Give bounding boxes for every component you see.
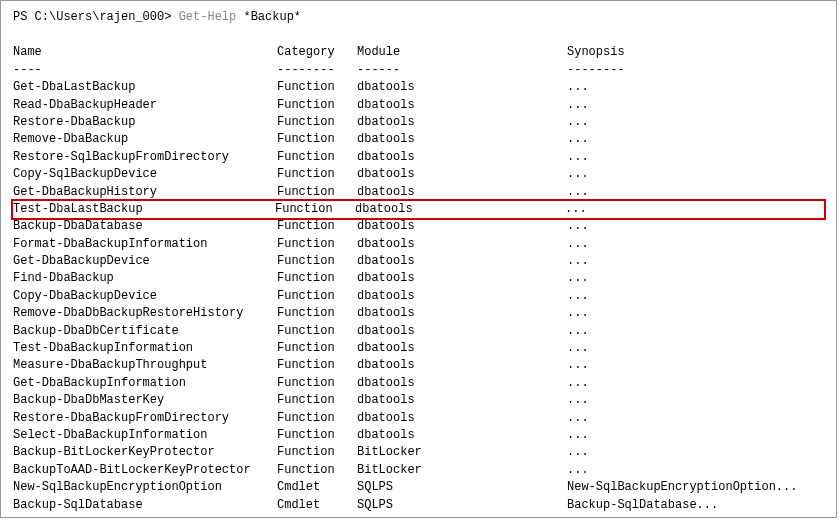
table-row: New-SqlBackupEncryptionOptionCmdletSQLPS…: [13, 479, 824, 496]
cell-synopsis: ...: [567, 218, 824, 235]
table-row: Copy-DbaBackupDeviceFunctiondbatools...: [13, 288, 824, 305]
cell-name: Backup-SqlDatabase: [13, 497, 277, 514]
cell-category: Function: [277, 305, 357, 322]
cell-module: dbatools: [357, 288, 567, 305]
cell-module: dbatools: [357, 323, 567, 340]
cell-module: dbatools: [357, 131, 567, 148]
cell-name: Get-DbaLastBackup: [13, 79, 277, 96]
cell-name: Backup-BitLockerKeyProtector: [13, 444, 277, 461]
cell-module: dbatools: [355, 201, 565, 218]
cell-synopsis: ...: [567, 288, 824, 305]
cell-synopsis: New-SqlBackupEncryptionOption...: [567, 479, 824, 496]
table-row: Backup-DbaDatabaseFunctiondbatools...: [13, 218, 824, 235]
cell-module: dbatools: [357, 270, 567, 287]
table-row: Remove-DbaBackupFunctiondbatools...: [13, 131, 824, 148]
cell-category: Cmdlet: [277, 479, 357, 496]
cell-category: Function: [277, 427, 357, 444]
cell-module: dbatools: [357, 114, 567, 131]
cell-category: Cmdlet: [277, 497, 357, 514]
table-header: Name Category Module Synopsis: [13, 44, 824, 61]
cell-category: Function: [277, 340, 357, 357]
table-row: Format-DbaBackupInformationFunctiondbato…: [13, 236, 824, 253]
cell-module: dbatools: [357, 392, 567, 409]
cell-module: BitLocker: [357, 444, 567, 461]
prompt-argument: *Backup*: [236, 10, 301, 24]
table-row: Select-DbaBackupInformationFunctiondbato…: [13, 427, 824, 444]
table-row: Measure-DbaBackupThroughputFunctiondbato…: [13, 357, 824, 374]
cell-name: New-SqlBackupEncryptionOption: [13, 479, 277, 496]
cell-synopsis: ...: [567, 114, 824, 131]
cell-module: dbatools: [357, 410, 567, 427]
cell-name: Get-DbaBackupDevice: [13, 253, 277, 270]
cell-synopsis: ...: [567, 410, 824, 427]
table-row: Backup-BitLockerKeyProtectorFunctionBitL…: [13, 444, 824, 461]
table-row: Get-DbaBackupHistoryFunctiondbatools...: [13, 184, 824, 201]
cell-synopsis: Backup-SqlDatabase...: [567, 497, 824, 514]
table-row: Copy-SqlBackupDeviceFunctiondbatools...: [13, 166, 824, 183]
cell-category: Function: [277, 131, 357, 148]
cell-category: Function: [277, 236, 357, 253]
cell-synopsis: ...: [567, 79, 824, 96]
cell-category: Function: [277, 79, 357, 96]
dash-name: ----: [13, 62, 277, 79]
cell-module: dbatools: [357, 79, 567, 96]
cell-module: dbatools: [357, 427, 567, 444]
dash-module: ------: [357, 62, 567, 79]
cell-name: Measure-DbaBackupThroughput: [13, 357, 277, 374]
table-row: Get-DbaLastBackupFunctiondbatools...: [13, 79, 824, 96]
table-row: BackupToAAD-BitLockerKeyProtectorFunctio…: [13, 462, 824, 479]
cell-category: Function: [277, 166, 357, 183]
cell-category: Function: [277, 114, 357, 131]
cell-module: dbatools: [357, 236, 567, 253]
prompt-line: PS C:\Users\rajen_000> Get-Help *Backup*: [13, 9, 824, 26]
table-row: Get-DbaBackupInformationFunctiondbatools…: [13, 375, 824, 392]
cell-category: Function: [277, 253, 357, 270]
table-dashes: ---- -------- ------ --------: [13, 62, 824, 79]
cell-synopsis: ...: [567, 253, 824, 270]
cell-synopsis: ...: [567, 270, 824, 287]
cell-name: Copy-SqlBackupDevice: [13, 166, 277, 183]
cell-module: dbatools: [357, 166, 567, 183]
cell-synopsis: ...: [567, 305, 824, 322]
cell-module: dbatools: [357, 305, 567, 322]
table-row: Read-DbaBackupHeaderFunctiondbatools...: [13, 97, 824, 114]
cell-name: Restore-DbaBackupFromDirectory: [13, 410, 277, 427]
cell-synopsis: ...: [567, 323, 824, 340]
cell-module: dbatools: [357, 357, 567, 374]
cell-category: Function: [277, 184, 357, 201]
cell-name: Remove-DbaBackup: [13, 131, 277, 148]
header-category: Category: [277, 44, 357, 61]
cell-category: Function: [277, 357, 357, 374]
cell-name: Read-DbaBackupHeader: [13, 97, 277, 114]
cell-name: Backup-DbaDbMasterKey: [13, 392, 277, 409]
cell-category: Function: [277, 444, 357, 461]
cell-synopsis: ...: [567, 462, 824, 479]
table-row: Backup-DbaDbCertificateFunctiondbatools.…: [13, 323, 824, 340]
cell-synopsis: ...: [565, 201, 824, 218]
table-row: Restore-SqlBackupFromDirectoryFunctiondb…: [13, 149, 824, 166]
cell-name: BackupToAAD-BitLockerKeyProtector: [13, 462, 277, 479]
dash-synopsis: --------: [567, 62, 824, 79]
cell-synopsis: ...: [567, 340, 824, 357]
cell-category: Function: [277, 149, 357, 166]
table-body: Get-DbaLastBackupFunctiondbatools...Read…: [13, 79, 824, 514]
cell-synopsis: ...: [567, 375, 824, 392]
cell-name: Restore-DbaBackup: [13, 114, 277, 131]
cell-module: dbatools: [357, 253, 567, 270]
cell-category: Function: [277, 375, 357, 392]
cell-name: Test-DbaBackupInformation: [13, 340, 277, 357]
cell-synopsis: ...: [567, 149, 824, 166]
cell-module: dbatools: [357, 184, 567, 201]
cell-synopsis: ...: [567, 97, 824, 114]
cell-name: Format-DbaBackupInformation: [13, 236, 277, 253]
table-row: Test-DbaLastBackupFunctiondbatools...: [11, 199, 826, 220]
cell-category: Function: [277, 323, 357, 340]
cell-name: Remove-DbaDbBackupRestoreHistory: [13, 305, 277, 322]
table-row: Get-DbaBackupDeviceFunctiondbatools...: [13, 253, 824, 270]
table-row: Restore-DbaBackupFromDirectoryFunctiondb…: [13, 410, 824, 427]
cell-name: Restore-SqlBackupFromDirectory: [13, 149, 277, 166]
table-row: Find-DbaBackupFunctiondbatools...: [13, 270, 824, 287]
cell-name: Find-DbaBackup: [13, 270, 277, 287]
cell-module: BitLocker: [357, 462, 567, 479]
cell-name: Test-DbaLastBackup: [13, 201, 275, 218]
